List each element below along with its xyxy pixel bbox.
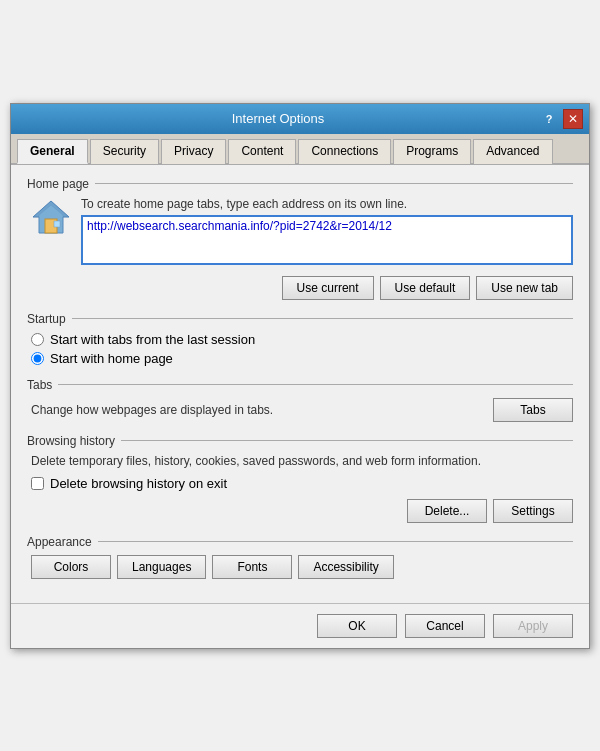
bottom-bar: OK Cancel Apply <box>11 603 589 648</box>
home-page-description: To create home page tabs, type each addr… <box>81 197 573 211</box>
startup-option2-row: Start with home page <box>31 351 573 366</box>
use-current-button[interactable]: Use current <box>282 276 374 300</box>
tab-content[interactable]: Content <box>228 139 296 164</box>
tabs-description: Change how webpages are displayed in tab… <box>31 403 273 417</box>
settings-button[interactable]: Settings <box>493 499 573 523</box>
browsing-history-content: Delete temporary files, history, cookies… <box>27 454 573 523</box>
startup-section: Startup Start with tabs from the last se… <box>27 312 573 366</box>
home-page-label: Home page <box>27 177 573 191</box>
startup-options: Start with tabs from the last session St… <box>27 332 573 366</box>
home-page-url-input[interactable]: http://websearch.searchmania.info/?pid=2… <box>81 215 573 265</box>
startup-option1-radio[interactable] <box>31 333 44 346</box>
use-new-tab-button[interactable]: Use new tab <box>476 276 573 300</box>
home-page-right: To create home page tabs, type each addr… <box>81 197 573 268</box>
dialog-window: Internet Options ? ✕ General Security Pr… <box>10 103 590 649</box>
browsing-history-buttons: Delete... Settings <box>31 499 573 523</box>
close-button[interactable]: ✕ <box>563 109 583 129</box>
tab-programs[interactable]: Programs <box>393 139 471 164</box>
tab-bar: General Security Privacy Content Connect… <box>11 134 589 165</box>
appearance-section: Appearance Colors Languages Fonts Access… <box>27 535 573 579</box>
tab-connections[interactable]: Connections <box>298 139 391 164</box>
tabs-section: Tabs Change how webpages are displayed i… <box>27 378 573 422</box>
title-bar: Internet Options ? ✕ <box>11 104 589 134</box>
delete-button[interactable]: Delete... <box>407 499 487 523</box>
colors-button[interactable]: Colors <box>31 555 111 579</box>
home-page-buttons: Use current Use default Use new tab <box>27 276 573 300</box>
tab-content-area: Home page To create home page tabs, type… <box>11 165 589 603</box>
tabs-section-label: Tabs <box>27 378 573 392</box>
tab-general[interactable]: General <box>17 139 88 164</box>
appearance-buttons: Colors Languages Fonts Accessibility <box>27 555 573 579</box>
delete-on-exit-checkbox[interactable] <box>31 477 44 490</box>
startup-option1-label: Start with tabs from the last session <box>50 332 255 347</box>
help-button[interactable]: ? <box>539 109 559 129</box>
browsing-history-description: Delete temporary files, history, cookies… <box>31 454 573 468</box>
tab-privacy[interactable]: Privacy <box>161 139 226 164</box>
languages-button[interactable]: Languages <box>117 555 206 579</box>
startup-option1-row: Start with tabs from the last session <box>31 332 573 347</box>
appearance-label: Appearance <box>27 535 573 549</box>
fonts-button[interactable]: Fonts <box>212 555 292 579</box>
tab-security[interactable]: Security <box>90 139 159 164</box>
delete-on-exit-row: Delete browsing history on exit <box>31 476 573 491</box>
browsing-history-section: Browsing history Delete temporary files,… <box>27 434 573 523</box>
apply-button[interactable]: Apply <box>493 614 573 638</box>
ok-button[interactable]: OK <box>317 614 397 638</box>
accessibility-button[interactable]: Accessibility <box>298 555 393 579</box>
home-icon <box>31 197 71 237</box>
browsing-history-label: Browsing history <box>27 434 573 448</box>
startup-option2-label: Start with home page <box>50 351 173 366</box>
window-title: Internet Options <box>17 111 539 126</box>
svg-rect-2 <box>54 221 60 227</box>
home-page-content: To create home page tabs, type each addr… <box>27 197 573 268</box>
tab-advanced[interactable]: Advanced <box>473 139 552 164</box>
delete-on-exit-label: Delete browsing history on exit <box>50 476 227 491</box>
title-bar-controls: ? ✕ <box>539 109 583 129</box>
cancel-button[interactable]: Cancel <box>405 614 485 638</box>
startup-label: Startup <box>27 312 573 326</box>
use-default-button[interactable]: Use default <box>380 276 471 300</box>
tabs-button[interactable]: Tabs <box>493 398 573 422</box>
home-page-section: Home page To create home page tabs, type… <box>27 177 573 300</box>
tabs-section-content: Change how webpages are displayed in tab… <box>27 398 573 422</box>
startup-option2-radio[interactable] <box>31 352 44 365</box>
